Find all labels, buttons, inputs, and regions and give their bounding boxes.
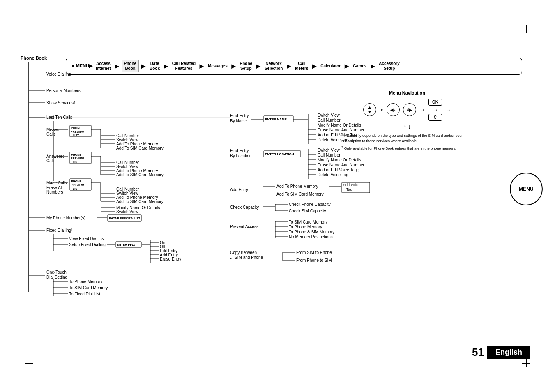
phonebook-root-label: Phone Book <box>21 55 47 60</box>
svg-text:Add To SIM Card Memory: Add To SIM Card Memory <box>116 146 164 150</box>
made-calls-label: Made Calls <box>46 181 67 185</box>
svg-text:... SIM and Phone: ... SIM and Phone <box>230 255 263 260</box>
svg-text:Check SIM Capacity: Check SIM Capacity <box>289 209 326 213</box>
right-menu-label: MENU <box>519 186 533 192</box>
svg-text:Erase Entry: Erase Entry <box>160 257 181 261</box>
phone-book-diagram: Phone Book Voice Dialling Personal Numbe… <box>21 53 514 341</box>
svg-text:To Phone & SIM Memory: To Phone & SIM Memory <box>289 230 334 234</box>
svg-text:Modify Name Or Details: Modify Name Or Details <box>318 123 361 127</box>
svg-text:Erase All: Erase All <box>46 185 62 190</box>
svg-text:Modify Name Or Details: Modify Name Or Details <box>318 158 361 162</box>
fixed-dialling-label: Fixed Dialling† <box>46 228 73 233</box>
svg-text:Delete Voice Tag ‡: Delete Voice Tag ‡ <box>318 138 351 142</box>
my-phone-number-label: My Phone Number(s) <box>46 216 85 220</box>
to-fixed-dial-label: To Fixed Dial List† <box>69 292 102 296</box>
svg-text:Call Number: Call Number <box>318 153 341 157</box>
page-number: 51 <box>472 346 484 359</box>
setup-fixed-dialling-label: Setup Fixed Dialling <box>69 242 106 247</box>
add-entry-label: Add Entry <box>230 187 248 192</box>
svg-text:To Phone Memory: To Phone Memory <box>289 225 322 229</box>
svg-text:Call Number: Call Number <box>318 118 341 122</box>
svg-text:LIST: LIST <box>73 134 79 137</box>
language-bar: English <box>487 346 530 359</box>
svg-text:Calls: Calls <box>46 159 55 163</box>
svg-text:Add To SIM Card Memory: Add To SIM Card Memory <box>116 199 164 204</box>
svg-text:To SIM Card Memory: To SIM Card Memory <box>289 220 327 224</box>
svg-text:ENTER PIN2: ENTER PIN2 <box>117 243 135 247</box>
missed-calls-label: Missed <box>46 127 60 132</box>
svg-text:Tag: Tag <box>346 187 352 191</box>
svg-text:By Location: By Location <box>230 154 251 158</box>
svg-text:ENTER LOCATION: ENTER LOCATION <box>265 152 294 156</box>
svg-text:No Memory Restrictions: No Memory Restrictions <box>289 235 333 239</box>
right-menu-button[interactable]: MENU <box>510 173 543 205</box>
svg-text:Numbers: Numbers <box>46 190 63 194</box>
crosshair-top-right <box>522 25 530 33</box>
svg-text:Switch View: Switch View <box>116 210 139 214</box>
svg-text:PHONE PREVIEW LIST: PHONE PREVIEW LIST <box>109 217 140 220</box>
svg-text:PHONE: PHONE <box>71 153 81 156</box>
answered-calls-label: Answered <box>46 154 64 159</box>
svg-text:PREVIEW: PREVIEW <box>71 130 84 133</box>
svg-text:Add Voice: Add Voice <box>343 183 360 187</box>
find-entry-location-label: Find Entry <box>230 148 249 153</box>
view-fixed-dial-label: View Fixed Dial List <box>69 236 105 241</box>
last-ten-calls-label: Last Ten Calls <box>46 115 72 120</box>
svg-text:Add or Edit Voice Tag ‡: Add or Edit Voice Tag ‡ <box>318 168 359 172</box>
svg-text:Erase Name And Number: Erase Name And Number <box>318 163 365 167</box>
svg-text:PREVIEW: PREVIEW <box>71 157 84 160</box>
svg-text:LIST: LIST <box>73 187 79 190</box>
svg-text:Switch View: Switch View <box>318 148 340 152</box>
svg-text:PHONE: PHONE <box>71 127 81 129</box>
svg-text:Check Phone Capacity: Check Phone Capacity <box>289 202 331 207</box>
check-capacity-label: Check Capacity <box>230 205 259 210</box>
svg-text:Add To SIM Card Memory: Add To SIM Card Memory <box>276 192 324 196</box>
svg-text:Calls: Calls <box>46 132 55 136</box>
svg-text:Add To Phone Memory: Add To Phone Memory <box>276 184 318 189</box>
crosshair-top-left <box>25 25 33 33</box>
copy-between-label: Copy Between <box>230 250 257 255</box>
svg-text:PREVIEW: PREVIEW <box>71 184 84 187</box>
page-footer: 51 English <box>472 346 530 359</box>
crosshair-bottom-left <box>25 359 33 367</box>
svg-text:Switch View: Switch View <box>318 113 340 118</box>
to-phone-memory-label: To Phone Memory <box>69 279 102 284</box>
svg-text:Dial Setting: Dial Setting <box>46 275 67 279</box>
find-entry-name-label: Find Entry <box>230 113 249 118</box>
prevent-access-label: Prevent Access <box>230 224 258 229</box>
svg-text:PHONE: PHONE <box>71 180 81 183</box>
svg-text:From Phone to SIM: From Phone to SIM <box>296 258 332 263</box>
svg-text:By Name: By Name <box>230 119 247 123</box>
show-services-label: Show Services† <box>46 101 75 105</box>
svg-text:Add To SIM Card Memory: Add To SIM Card Memory <box>116 173 164 177</box>
svg-text:Erase Name And Number: Erase Name And Number <box>318 128 365 132</box>
svg-text:Add or Edit Voice Tag ‡: Add or Edit Voice Tag ‡ <box>318 133 359 137</box>
to-sim-card-memory-label: To SIM Card Memory <box>69 286 108 290</box>
svg-text:Delete Voice Tag ‡: Delete Voice Tag ‡ <box>318 173 351 177</box>
personal-numbers-label: Personal Numbers <box>46 88 81 93</box>
voice-dialling-label: Voice Dialling <box>46 72 71 76</box>
svg-text:ENTER NAME: ENTER NAME <box>265 118 287 121</box>
one-touch-label: One-Touch <box>46 270 67 274</box>
svg-text:LIST: LIST <box>73 161 79 164</box>
svg-text:From SIM to Phone: From SIM to Phone <box>296 250 332 255</box>
crosshair-bottom-right <box>522 359 530 367</box>
